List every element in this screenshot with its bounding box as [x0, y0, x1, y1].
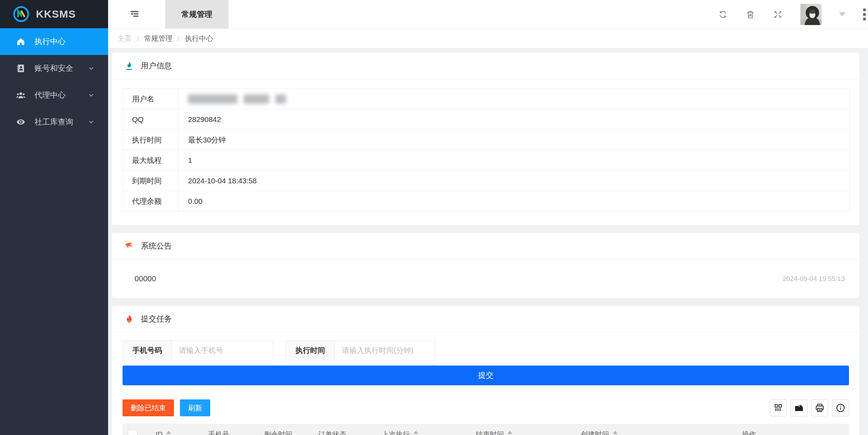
row-value: 2024-10-04 18:43:58 — [179, 171, 257, 191]
tab-general-management[interactable]: 常规管理 — [165, 0, 229, 29]
submit-task-card: 提交任务 手机号码 执行时间 提交 删除已结束 刷新 — [112, 306, 860, 435]
row-label: 执行时间 — [123, 130, 179, 150]
table-row: 用户名 — [123, 89, 849, 109]
username-masked-value — [179, 89, 286, 109]
eye-icon — [16, 117, 25, 127]
table-tool-icons — [770, 399, 849, 416]
task-table-header: ID 手机号 剩余时间 订单状态 上次执行 — [123, 424, 849, 435]
info-icon[interactable] — [832, 399, 849, 416]
sidebar-item-sgk-query[interactable]: 社工库查询 — [0, 109, 108, 135]
address-book-icon — [16, 64, 25, 73]
breadcrumb-home[interactable]: 主页 — [118, 34, 132, 43]
row-label: 代理余额 — [123, 191, 179, 212]
user-info-card: 用户信息 用户名 — [112, 53, 860, 225]
brand-logo-icon — [13, 6, 30, 23]
main-area: 常规管理 主页 / 常规管理 — [108, 0, 868, 435]
flame-teal-icon — [125, 61, 134, 71]
brand-header: KKSMS — [0, 0, 108, 28]
time-input-group: 执行时间 — [286, 340, 435, 361]
sort-icon[interactable] — [166, 431, 171, 435]
trash-icon[interactable] — [745, 10, 755, 19]
sidebar-item-label: 代理中心 — [35, 90, 65, 100]
announcement-timestamp: 2024-09-04 19:55:13 — [783, 275, 845, 283]
row-label: QQ — [123, 109, 179, 129]
topbar-actions — [718, 4, 868, 25]
submit-task-header: 提交任务 — [112, 306, 860, 332]
delete-finished-button[interactable]: 删除已结束 — [123, 399, 174, 416]
megaphone-icon — [125, 241, 134, 251]
user-info-table: 用户名 QQ 28290842 — [123, 88, 850, 212]
tab-label: 常规管理 — [181, 9, 212, 20]
app-window: KKSMS 执行中心 账号和安全 — [0, 0, 868, 435]
user-info-header: 用户信息 — [112, 53, 860, 79]
home-icon — [16, 37, 25, 46]
breadcrumb: 主页 / 常规管理 / 执行中心 — [108, 29, 868, 49]
blurred-text — [188, 94, 286, 104]
user-info-title: 用户信息 — [141, 61, 172, 71]
announcement-body: 00000 2024-09-04 19:55:13 — [112, 259, 860, 298]
column-header-last-run[interactable]: 上次执行 — [361, 424, 439, 435]
table-row: 到期时间 2024-10-04 18:43:58 — [123, 171, 849, 191]
phone-input-group: 手机号码 — [123, 340, 273, 361]
header-cell — [123, 424, 143, 435]
breadcrumb-page: 执行中心 — [185, 34, 213, 43]
sidebar-menu: 执行中心 账号和安全 代理中心 — [0, 28, 108, 135]
announcement-content: 00000 — [135, 274, 156, 283]
more-vertical-icon[interactable] — [863, 8, 868, 20]
avatar[interactable] — [800, 4, 822, 25]
table-row: 代理余额 0.00 — [123, 191, 849, 212]
table-row: QQ 28290842 — [123, 109, 849, 130]
users-icon — [16, 91, 25, 100]
row-label: 最大线程 — [123, 150, 179, 170]
phone-input[interactable] — [172, 341, 273, 360]
table-row: 执行时间 最长30分钟 — [123, 130, 849, 150]
caret-down-icon[interactable] — [839, 12, 845, 16]
select-all-checkbox[interactable] — [128, 430, 137, 435]
column-header-phone: 手机号 — [184, 424, 253, 435]
collapse-menu-icon[interactable] — [129, 9, 140, 20]
export-icon[interactable] — [791, 399, 807, 416]
sidebar-item-account-security[interactable]: 账号和安全 — [0, 55, 108, 82]
sidebar-item-label: 账号和安全 — [35, 63, 73, 74]
column-header-id[interactable]: ID — [143, 424, 184, 435]
print-icon[interactable] — [811, 399, 828, 416]
sidebar-item-agent-center[interactable]: 代理中心 — [0, 82, 108, 109]
time-label: 执行时间 — [286, 341, 335, 360]
breadcrumb-section[interactable]: 常规管理 — [144, 34, 173, 43]
sidebar: KKSMS 执行中心 账号和安全 — [0, 0, 108, 435]
submit-task-title: 提交任务 — [141, 314, 172, 324]
row-label: 到期时间 — [123, 171, 179, 191]
announcement-card: 系统公告 00000 2024-09-04 19:55:13 — [112, 233, 860, 298]
phone-label: 手机号码 — [123, 341, 172, 360]
chevron-down-icon — [88, 92, 95, 99]
row-value: 1 — [179, 150, 192, 170]
sidebar-item-execution-center[interactable]: 执行中心 — [0, 28, 108, 55]
breadcrumb-separator: / — [178, 35, 180, 43]
submit-task-form: 手机号码 执行时间 — [123, 340, 849, 361]
brand-name: KKSMS — [36, 8, 76, 20]
row-label: 用户名 — [123, 89, 179, 109]
chevron-down-icon — [88, 65, 95, 72]
row-value: 0.00 — [179, 191, 202, 212]
sort-icon[interactable] — [413, 431, 418, 435]
column-header-actions: 操作 — [649, 424, 849, 435]
execution-time-input[interactable] — [335, 341, 435, 360]
table-toolbar: 删除已结束 刷新 — [123, 399, 849, 416]
sidebar-item-label: 社工库查询 — [35, 117, 73, 127]
chevron-down-icon — [88, 118, 95, 125]
content: 用户信息 用户名 — [108, 49, 868, 435]
announcement-header: 系统公告 — [112, 233, 860, 259]
refresh-icon[interactable] — [718, 10, 728, 19]
column-header-end-time[interactable]: 结束时间 — [439, 424, 549, 435]
column-header-remaining: 剩余时间 — [253, 424, 303, 435]
submit-button[interactable]: 提交 — [123, 366, 849, 385]
refresh-button[interactable]: 刷新 — [180, 399, 210, 416]
fullscreen-icon[interactable] — [773, 10, 783, 19]
column-header-status: 订单状态 — [303, 424, 361, 435]
sort-icon[interactable] — [507, 431, 512, 435]
flame-red-icon — [125, 314, 134, 324]
sort-icon[interactable] — [613, 431, 618, 435]
columns-icon[interactable] — [770, 399, 787, 416]
row-value: 28290842 — [179, 109, 221, 129]
column-header-created[interactable]: 创建时间 — [549, 424, 649, 435]
